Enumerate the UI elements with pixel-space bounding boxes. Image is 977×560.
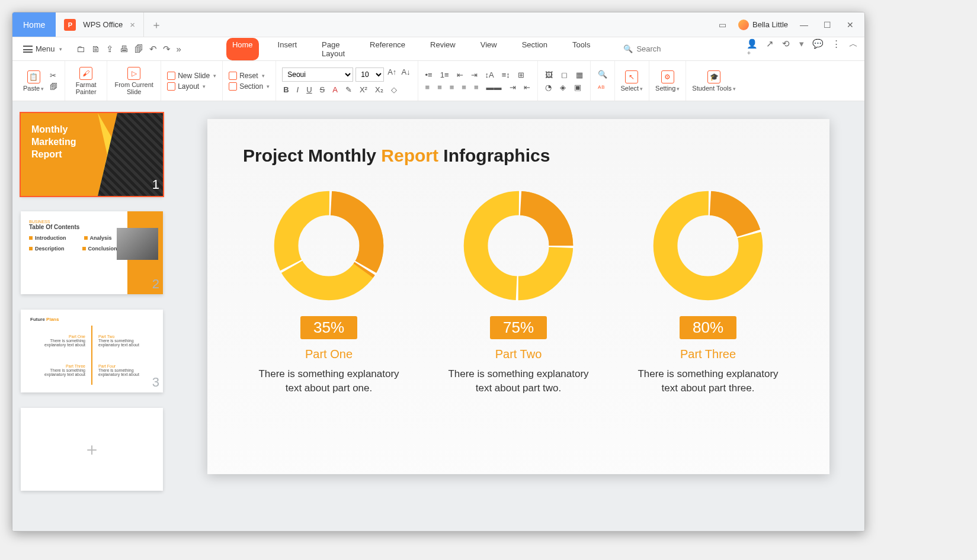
- shape-fill-icon[interactable]: ◔: [544, 83, 553, 92]
- clear-format-icon[interactable]: ◇: [390, 85, 398, 94]
- justify-icon[interactable]: ≡: [460, 83, 467, 92]
- from-current-slide-button[interactable]: ▷ From Current Slide: [113, 67, 155, 95]
- document-tab[interactable]: P WPS Office ×: [56, 12, 144, 37]
- font-size-select[interactable]: 10: [355, 67, 384, 82]
- undo-icon[interactable]: ↶: [149, 44, 157, 54]
- shapes-icon[interactable]: ◻: [560, 70, 569, 79]
- tab-home[interactable]: Home: [226, 38, 259, 60]
- tab-section[interactable]: Section: [516, 38, 553, 60]
- maximize-icon[interactable]: ☐: [820, 18, 835, 32]
- increase-indent-icon[interactable]: ⇥: [470, 70, 479, 79]
- slide-thumbnail-1[interactable]: Monthly Marketing Report 1: [21, 113, 163, 196]
- picture-icon[interactable]: 🖼: [544, 70, 554, 79]
- save-icon[interactable]: 🗎: [91, 44, 100, 54]
- arrange-icon[interactable]: ▦: [575, 70, 584, 79]
- decrease-indent-icon[interactable]: ⇤: [456, 70, 465, 79]
- feedback-icon[interactable]: 💬: [812, 38, 824, 60]
- part-title: Part Three: [680, 347, 736, 361]
- subscript-icon[interactable]: X₂: [374, 85, 385, 94]
- grow-font-icon[interactable]: A↑: [386, 67, 398, 82]
- superscript-icon[interactable]: X²: [358, 85, 369, 94]
- layout-button[interactable]: Layout▾: [167, 82, 216, 91]
- find-icon[interactable]: 🔍: [597, 70, 608, 79]
- clipboard-icon: 📋: [27, 70, 40, 83]
- student-tools-button[interactable]: 🎓 Student Tools▾: [692, 70, 735, 92]
- paste-button[interactable]: 📋 Paste▾: [23, 70, 44, 92]
- indent-more-icon[interactable]: ⇥: [508, 83, 517, 92]
- numbering-icon[interactable]: 1≡: [439, 70, 450, 79]
- part-desc: There is something explanatory text abou…: [252, 367, 406, 395]
- add-collaborator-icon[interactable]: 👤⁺: [747, 38, 758, 60]
- font-color-icon[interactable]: A: [331, 85, 339, 94]
- kebab-icon[interactable]: ⋮: [832, 38, 841, 60]
- close-tab-icon[interactable]: ×: [130, 20, 135, 30]
- menu-button[interactable]: Menu ▾: [18, 42, 67, 56]
- bold-icon[interactable]: B: [282, 85, 290, 94]
- align-right-icon[interactable]: ≡: [449, 83, 456, 92]
- slide-thumbnail-2[interactable]: BUSINESS Table Of Contents Introduction …: [21, 211, 163, 294]
- format-painter-button[interactable]: 🖌 Farmat Painter: [71, 67, 101, 95]
- donut-card-3[interactable]: 80% Part Three There is something explan…: [631, 189, 785, 395]
- minimize-icon[interactable]: —: [796, 18, 812, 32]
- indent-less-icon[interactable]: ⇤: [523, 83, 531, 92]
- search-input[interactable]: [636, 44, 743, 53]
- shrink-font-icon[interactable]: A↓: [400, 67, 411, 82]
- section-icon: [229, 82, 237, 91]
- italic-icon[interactable]: I: [296, 85, 300, 94]
- add-slide-thumbnail[interactable]: ＋: [21, 408, 163, 491]
- slide-canvas-area[interactable]: Project Monthly Report Infographics 35% …: [178, 101, 864, 531]
- align-text-icon[interactable]: ⊞: [517, 70, 526, 79]
- print-preview-icon[interactable]: 🗐: [134, 44, 143, 54]
- align-left-icon[interactable]: ≡: [424, 83, 431, 92]
- tab-review[interactable]: Review: [424, 38, 462, 60]
- new-slide-button[interactable]: New Slide▾: [167, 72, 216, 80]
- bullets-icon[interactable]: •≡: [424, 70, 434, 79]
- slide-thumbnail-3[interactable]: Future Plans Part OneThere is something …: [21, 310, 163, 392]
- section-button[interactable]: Section▾: [229, 82, 270, 91]
- strike-icon[interactable]: S: [319, 85, 326, 94]
- columns-icon[interactable]: ▬▬: [485, 83, 503, 92]
- compact-mode-icon[interactable]: ▭: [715, 18, 730, 32]
- distribute-icon[interactable]: ≡: [473, 83, 480, 92]
- replace-icon[interactable]: ᴬᴮ: [597, 84, 606, 93]
- shape-outline-icon[interactable]: ◈: [559, 83, 567, 92]
- slide-thumbnail-panel[interactable]: Monthly Marketing Report 1 BUSINESS Tabl…: [12, 101, 178, 531]
- presentation-icon: P: [64, 19, 76, 31]
- donut-card-1[interactable]: 35% Part One There is something explanat…: [252, 189, 406, 395]
- line-spacing-icon[interactable]: ≡↕: [501, 70, 511, 79]
- close-window-icon[interactable]: ✕: [843, 18, 857, 32]
- chevron-down-icon[interactable]: ▾: [799, 38, 804, 60]
- more-qat-icon[interactable]: »: [177, 44, 181, 54]
- donut-chart-1: [273, 189, 385, 302]
- tab-view[interactable]: View: [475, 38, 503, 60]
- slide-title[interactable]: Project Monthly Report Infographics: [243, 146, 794, 166]
- reset-button[interactable]: Reset▾: [229, 72, 270, 80]
- share-icon[interactable]: ↗: [766, 38, 774, 60]
- collapse-ribbon-icon[interactable]: ︿: [849, 38, 858, 60]
- search-box[interactable]: 🔍: [623, 44, 743, 53]
- donut-card-2[interactable]: 75% Part Two There is something explanat…: [441, 189, 595, 395]
- redo-icon[interactable]: ↷: [163, 44, 171, 54]
- setting-button[interactable]: ⚙ Setting▾: [655, 70, 680, 92]
- export-icon[interactable]: ⇪: [106, 44, 114, 54]
- align-center-icon[interactable]: ≡: [436, 83, 443, 92]
- highlight-icon[interactable]: ✎: [344, 85, 353, 94]
- tab-page-layout[interactable]: Page Layout: [316, 38, 351, 60]
- history-icon[interactable]: ⟲: [782, 38, 790, 60]
- copy-icon[interactable]: 🗐: [49, 82, 59, 91]
- open-icon[interactable]: 🗀: [76, 44, 85, 54]
- text-direction-icon[interactable]: ↕A: [484, 70, 495, 79]
- tab-tools[interactable]: Tools: [566, 38, 596, 60]
- tab-reference[interactable]: Reference: [364, 38, 411, 60]
- underline-icon[interactable]: U: [305, 85, 313, 94]
- home-mode-button[interactable]: Home: [12, 12, 56, 37]
- tab-insert[interactable]: Insert: [272, 38, 303, 60]
- shape-effects-icon[interactable]: ▣: [573, 83, 582, 92]
- font-family-select[interactable]: Seoui: [282, 67, 353, 82]
- new-tab-button[interactable]: ＋: [144, 18, 169, 32]
- slide-canvas[interactable]: Project Monthly Report Infographics 35% …: [207, 119, 829, 474]
- cut-icon[interactable]: ✂: [49, 71, 59, 80]
- user-badge[interactable]: Bella Little: [738, 20, 788, 30]
- select-button[interactable]: ↖ Select▾: [621, 70, 643, 92]
- print-icon[interactable]: 🖶: [120, 44, 129, 54]
